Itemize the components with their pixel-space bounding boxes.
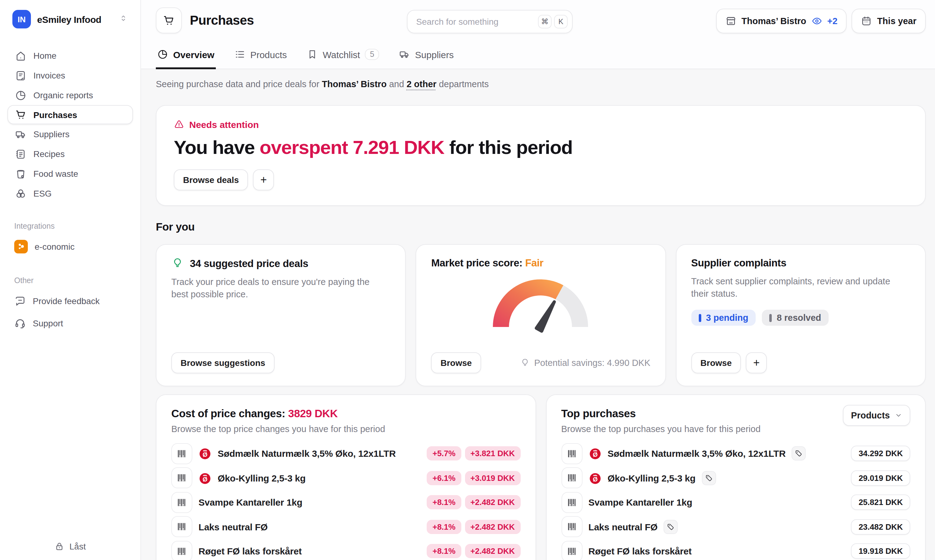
headline-suffix: for this period (444, 137, 573, 158)
gauge-arc-rest (560, 292, 580, 327)
alert-headline: You have overspent 7.291 DKK for this pe… (174, 137, 908, 159)
svg-text:Ø: Ø (592, 475, 598, 482)
market-score-prefix: Market price score: (431, 257, 525, 268)
pending-bar-icon (698, 314, 701, 322)
product-name: Sødmælk Naturmælk 3,5% Øko, 12x1LTR (608, 448, 786, 459)
tab-label: Watchlist (323, 49, 360, 60)
sidebar-item-label: Home (33, 51, 57, 61)
amount-change-badge: +2.482 DKK (465, 520, 521, 534)
context-suffix: departments (437, 79, 489, 89)
barcode-icon (171, 468, 192, 489)
context-department: Thomas’ Bistro (322, 79, 387, 89)
potential-savings-label: Potential savings: 4.990 DKK (534, 358, 650, 368)
price-tag-icon (664, 520, 678, 534)
sidebar-item-recipes[interactable]: Recipes (8, 144, 133, 164)
sidebar-item-label: Suppliers (33, 129, 69, 139)
tab-label: Overview (173, 49, 214, 60)
headline-overspend-amount: overspent 7.291 DKK (259, 137, 444, 158)
price-change-row[interactable]: Ø Øko-Kylling 2,5-3 kg +6.1%+3.019 DKK (171, 466, 521, 490)
context-line: Seeing purchase data and price deals for… (156, 79, 926, 89)
top-purchase-row[interactable]: Røget FØ laks forskåret 19.918 DKK (561, 539, 910, 560)
sidebar-item-purchases[interactable]: Purchases (8, 105, 133, 124)
chevron-down-icon (895, 412, 902, 419)
period-filter-button[interactable]: This year (852, 9, 926, 33)
sidebar-item-label: Food waste (33, 169, 78, 178)
invoice-icon (15, 69, 26, 81)
top-purchase-row[interactable]: Svampe Kantareller 1kg 25.821 DKK (561, 490, 910, 515)
sidebar-item-label: Purchases (33, 110, 77, 120)
barcode-icon (561, 468, 582, 489)
tab-suppliers[interactable]: Suppliers (397, 49, 455, 69)
cost-of-price-changes-card: Cost of price changes: 3829 DKK Browse t… (156, 394, 536, 560)
product-name: Svampe Kantareller 1kg (588, 497, 692, 508)
context-other-departments[interactable]: 2 other (407, 79, 437, 89)
resolved-complaints-badge[interactable]: 8 resolved (762, 310, 829, 326)
top-purchase-row[interactable]: Ø Sødmælk Naturmælk 3,5% Øko, 12x1LTR 34… (561, 442, 910, 466)
sidebar-item-provide-feedback[interactable]: Provide feedback (8, 290, 133, 312)
market-score-gauge (431, 270, 650, 337)
products-dropdown[interactable]: Products (843, 405, 910, 426)
browse-complaints-button[interactable]: Browse (691, 352, 741, 373)
pct-change-badge: +5.7% (427, 446, 461, 461)
sidebar-item-label: Invoices (33, 71, 65, 80)
app: IN eSmiley Infood Home Invoices Organic … (0, 0, 935, 560)
price-change-row[interactable]: Ø Sødmælk Naturmælk 3,5% Øko, 12x1LTR +5… (171, 442, 521, 466)
purchase-amount: 23.482 DKK (851, 519, 910, 535)
amount-change-badge: +2.482 DKK (465, 495, 521, 510)
barcode-icon (171, 517, 192, 537)
sidebar-item-food-waste[interactable]: Food waste (8, 164, 133, 183)
purchases-cart-icon (156, 8, 182, 33)
headset-icon (14, 317, 26, 329)
amount-change-badge: +2.482 DKK (465, 544, 521, 558)
sidebar-item-home[interactable]: Home (8, 46, 133, 66)
sidebar-item-invoices[interactable]: Invoices (8, 66, 133, 85)
product-name: Røget FØ laks forskåret (199, 546, 302, 557)
sidebar-item-esg[interactable]: ESG (8, 183, 133, 203)
org-switcher[interactable]: IN eSmiley Infood (8, 9, 133, 30)
tab-products[interactable]: Products (233, 49, 288, 69)
top-purchase-row[interactable]: Ø Øko-Kylling 2,5-3 kg 29.019 DKK (561, 466, 910, 490)
department-filter-button[interactable]: Thomas’ Bistro +2 (716, 9, 847, 33)
pct-change-badge: +8.1% (427, 544, 461, 558)
price-change-row[interactable]: Røget FØ laks forskåret +8.1%+2.482 DKK (171, 539, 521, 560)
topbar: Purchases ⌘ K Thomas’ Bistro +2 This yea… (141, 0, 935, 69)
home-icon (15, 50, 26, 62)
organic-label-icon: Ø (588, 472, 601, 485)
price-change-row[interactable]: Laks neutral FØ +8.1%+2.482 DKK (171, 515, 521, 539)
shortcut-cmd-key: ⌘ (538, 15, 551, 28)
browse-suggestions-button[interactable]: Browse suggestions (171, 352, 274, 373)
add-complaint-button[interactable]: + (746, 352, 767, 373)
other-section-label: Other (14, 276, 133, 285)
browse-deals-button[interactable]: Browse deals (174, 169, 248, 190)
barcode-icon (561, 541, 582, 560)
pending-complaints-badge[interactable]: 3 pending (691, 310, 756, 326)
page-title: Purchases (190, 13, 254, 28)
sidebar-nav: Home Invoices Organic reports Purchases … (8, 46, 133, 203)
sidebar-item-organic-reports[interactable]: Organic reports (8, 85, 133, 105)
context-prefix: Seeing purchase data and price deals for (156, 79, 322, 89)
alert-badge-label: Needs attention (189, 119, 259, 130)
sidebar-item-suppliers[interactable]: Suppliers (8, 124, 133, 144)
sidebar-item-label: e-conomic (35, 242, 74, 252)
content: Seeing purchase data and price deals for… (141, 69, 935, 560)
amount-change-badge: +3.821 DKK (465, 446, 521, 461)
product-name: Laks neutral FØ (199, 522, 268, 532)
truck-icon (15, 128, 26, 140)
top-purchase-row[interactable]: Laks neutral FØ 23.482 DKK (561, 515, 910, 539)
search-bar[interactable]: ⌘ K (407, 10, 573, 33)
browse-market-button[interactable]: Browse (431, 352, 481, 373)
extra-departments-count: +2 (827, 16, 838, 26)
tab-overview[interactable]: Overview (156, 49, 216, 69)
add-deal-button[interactable]: + (253, 169, 274, 190)
search-input[interactable] (416, 17, 536, 26)
tab-label: Products (250, 49, 287, 60)
sidebar-item-e-conomic[interactable]: e-conomic (8, 235, 133, 258)
tab-watchlist[interactable]: Watchlist 5 (305, 49, 380, 69)
sidebar-item-support[interactable]: Support (8, 312, 133, 334)
card-description: Track your price deals to ensure you're … (171, 276, 382, 300)
price-change-row[interactable]: Svampe Kantareller 1kg +8.1%+2.482 DKK (171, 490, 521, 515)
organic-label-icon: Ø (588, 447, 601, 460)
supplier-complaints-card: Supplier complaints Track sent supplier … (676, 244, 926, 386)
organic-label-icon: Ø (199, 472, 211, 485)
price-changes-title: Cost of price changes: 3829 DKK (171, 407, 521, 420)
